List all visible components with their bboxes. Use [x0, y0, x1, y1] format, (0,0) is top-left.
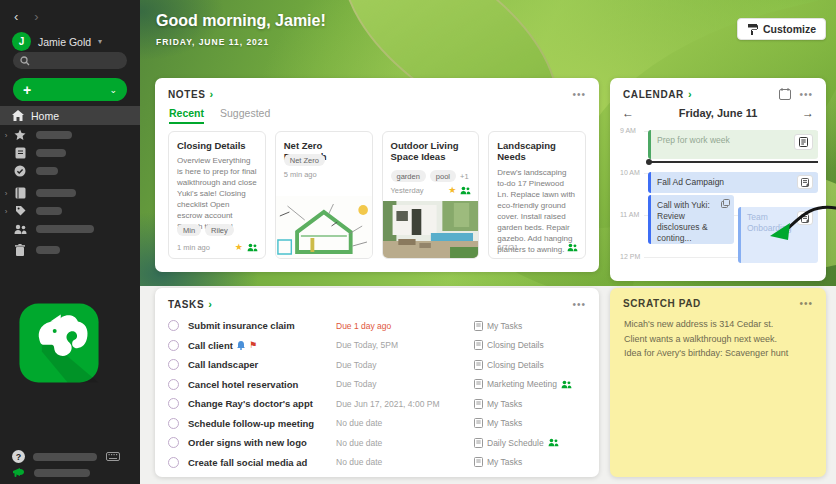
task-row[interactable]: Create fall social media ad No due date …	[168, 454, 586, 471]
task-list-ref[interactable]: My Tasks	[474, 457, 586, 467]
tasks-title[interactable]: TASKS	[168, 299, 204, 310]
forward-icon[interactable]: ›	[34, 9, 38, 24]
expand-icon[interactable]: ›	[0, 131, 12, 140]
calendar-add-icon[interactable]	[779, 88, 791, 100]
task-checkbox[interactable]	[168, 437, 179, 448]
calendar-event[interactable]: Prep for work week	[648, 130, 818, 159]
event-note-icon[interactable]	[794, 134, 813, 150]
task-row[interactable]: Schedule follow-up meeting No due date M…	[168, 415, 586, 432]
sidebar-item-tasks[interactable]	[0, 163, 140, 179]
task-row[interactable]: Order signs with new logo No due date Da…	[168, 434, 586, 451]
time-label: 12 PM	[620, 253, 640, 260]
scratch-pad-text[interactable]: Micah's new address is 314 Cedar st. Cli…	[610, 309, 826, 361]
event-title: Team Onboarding	[747, 212, 791, 233]
event-note-add-icon[interactable]	[797, 211, 813, 225]
search-icon	[20, 56, 30, 66]
tag-pill[interactable]: pool	[430, 170, 456, 182]
search-input[interactable]	[13, 52, 127, 69]
next-day-icon[interactable]: →	[802, 106, 814, 120]
tags-icon	[12, 205, 28, 217]
sidebar-item-home[interactable]: Home	[0, 106, 140, 125]
prev-day-icon[interactable]: ←	[622, 106, 634, 120]
note-title: Landscaping Needs	[497, 140, 577, 163]
note-time: 5 min ago	[284, 170, 317, 179]
expand-icon[interactable]: ›	[0, 189, 12, 198]
task-list-ref[interactable]: My Tasks	[474, 399, 586, 409]
task-row[interactable]: Submit insurance claim Due 1 day ago My …	[168, 317, 586, 334]
task-title: Schedule follow-up meeting	[188, 418, 336, 429]
calendar-event[interactable]: Fall Ad Campaign	[648, 172, 818, 193]
note-card[interactable]: Outdoor Living Space Ideas garden pool +…	[382, 131, 480, 259]
shared-icon	[548, 438, 559, 447]
calendar-event[interactable]: Team Onboarding	[738, 207, 818, 263]
note-card[interactable]: Closing Details Overview Everything is h…	[168, 131, 266, 259]
note-title: Closing Details	[177, 140, 257, 151]
note-card[interactable]: Landscaping Needs Drew's landscaping to-…	[488, 131, 586, 259]
task-checkbox[interactable]	[168, 379, 179, 390]
tag-pill[interactable]: garden	[391, 170, 426, 182]
tab-suggested[interactable]: Suggested	[220, 107, 270, 124]
customize-button[interactable]: Customize	[737, 18, 826, 40]
time-label: 9 AM	[620, 127, 636, 134]
tag-pill[interactable]: Net Zero	[284, 154, 325, 166]
sidebar-item-tags[interactable]: ›	[0, 203, 140, 219]
notes-title[interactable]: NOTES	[168, 89, 205, 100]
scratch-pad-widget[interactable]: SCRATCH PAD ••• Micah's new address is 3…	[610, 288, 826, 477]
task-list-ref[interactable]: Marketing Meeting	[474, 379, 586, 389]
sidebar-item-trash[interactable]	[0, 242, 140, 258]
calendar-title[interactable]: CALENDAR	[623, 89, 684, 100]
expand-icon[interactable]: ›	[0, 207, 12, 216]
task-list-ref[interactable]: My Tasks	[474, 418, 586, 428]
event-note-add-icon[interactable]	[797, 175, 813, 189]
task-checkbox[interactable]	[168, 320, 179, 331]
note-card[interactable]: Net Zero Research Net Zero 5 min ago	[275, 131, 373, 259]
trash-icon	[12, 244, 28, 256]
task-row[interactable]: Call client ⚑ Due Today, 5PM Closing Det…	[168, 337, 586, 354]
new-note-button[interactable]: + ⌄	[13, 78, 127, 101]
chevron-right-icon: ›	[209, 88, 213, 100]
tags-overflow: +1	[460, 172, 469, 181]
task-title: Create fall social media ad	[188, 457, 336, 468]
task-title: Call landscaper	[188, 359, 336, 370]
sidebar-item-notes[interactable]	[0, 145, 140, 161]
chevron-down-icon[interactable]: ⌄	[109, 85, 117, 95]
star-icon: ★	[448, 186, 456, 195]
task-row[interactable]: Change Ray's doctor's appt Due Jun 17, 2…	[168, 395, 586, 412]
calendar-event[interactable]: Call with Yuki: Review disclosures & con…	[648, 195, 734, 244]
task-checkbox[interactable]	[168, 457, 179, 468]
calendar-menu-icon[interactable]: •••	[799, 89, 813, 100]
sidebar-item-shared[interactable]	[0, 221, 140, 237]
scratch-pad-menu-icon[interactable]: •••	[799, 298, 813, 309]
event-copy-icon[interactable]	[721, 199, 730, 208]
tasks-menu-icon[interactable]: •••	[572, 299, 586, 310]
sidebar-item-notebooks[interactable]: ›	[0, 185, 140, 201]
task-checkbox[interactable]	[168, 418, 179, 429]
tag-pill[interactable]: Riley	[205, 224, 234, 236]
help-row[interactable]: ?	[12, 450, 130, 463]
task-row[interactable]: Call landscaper Due Today Closing Detail…	[168, 356, 586, 373]
task-list-ref[interactable]: Closing Details	[474, 340, 586, 350]
whats-new-row[interactable]	[12, 467, 90, 478]
tab-recent[interactable]: Recent	[169, 107, 204, 124]
shared-icon	[460, 186, 471, 195]
task-checkbox[interactable]	[168, 398, 179, 409]
tasks-widget: TASKS › ••• Submit insurance claim Due 1…	[155, 288, 599, 477]
keyboard-icon[interactable]	[106, 452, 120, 461]
task-row[interactable]: Cancel hotel reservation Due Today Marke…	[168, 376, 586, 393]
note-icon	[474, 399, 483, 409]
task-due: No due date	[336, 457, 474, 467]
tag-pill[interactable]: Min	[177, 224, 201, 236]
notes-menu-icon[interactable]: •••	[572, 89, 586, 100]
task-title: Cancel hotel reservation	[188, 379, 336, 390]
task-list-ref[interactable]: My Tasks	[474, 321, 586, 331]
account-switcher[interactable]: J Jamie Gold ▾	[0, 24, 140, 51]
task-list-ref[interactable]: Daily Schedule	[474, 438, 586, 448]
task-list-ref[interactable]: Closing Details	[474, 360, 586, 370]
task-checkbox[interactable]	[168, 340, 179, 351]
task-checkbox[interactable]	[168, 359, 179, 370]
time-label: 10 AM	[620, 169, 640, 176]
sidebar-item-shortcuts[interactable]: ›	[0, 127, 140, 143]
back-icon[interactable]: ‹	[14, 9, 18, 24]
redacted-label	[36, 131, 72, 139]
sidebar-item-label: Home	[31, 110, 59, 122]
